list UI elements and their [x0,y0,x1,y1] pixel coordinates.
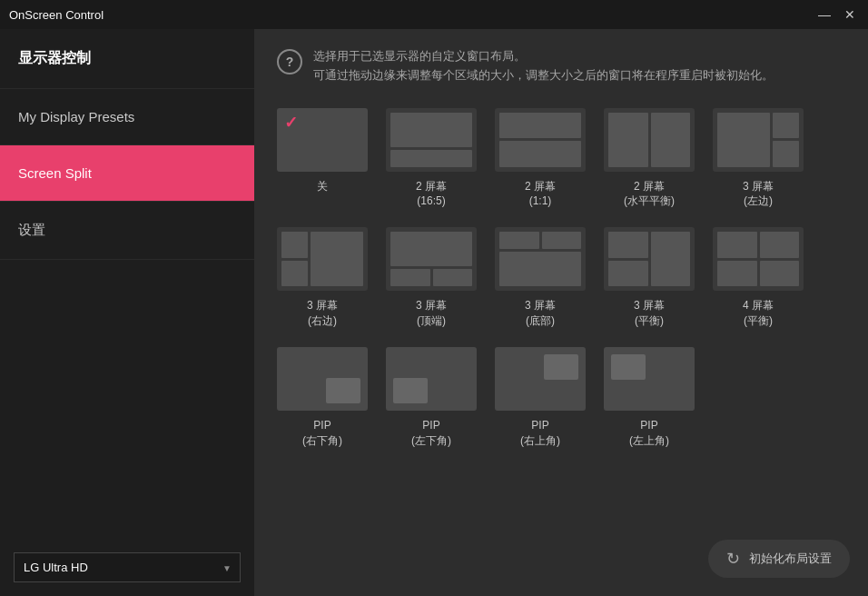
layout-preview-2-16-5 [386,108,477,172]
layout-label-3-top: 3 屏幕(顶端) [416,298,447,329]
layout-row-2: 3 屏幕(右边) 3 屏幕(顶端) [277,227,845,329]
pane-small-right [433,269,473,286]
layout-item-pip-tr[interactable]: PIP(右上角) [495,347,586,449]
layout-label-off: 关 [317,179,328,194]
layout-item-2-horiz[interactable]: 2 屏幕(水平平衡) [604,108,695,210]
reset-icon: ↻ [726,549,740,569]
layout-preview-2-1-1 [495,108,586,172]
sidebar: 显示器控制 My Display Presets Screen Split 设置… [0,29,254,596]
layout-label-pip-br: PIP(右下角) [302,418,342,449]
sidebar-item-screen-split[interactable]: Screen Split [0,145,254,202]
reset-layout-button[interactable]: ↻ 初始化布局设置 [708,540,850,578]
layout-row-1: ✓ 关 2 屏幕(16:5) [277,108,845,210]
layout-label-3-left: 3 屏幕(左边) [743,179,774,210]
pane-big [717,113,770,167]
layout-item-off[interactable]: ✓ 关 [277,108,368,194]
layout-label-2-1-1: 2 屏幕(1:1) [525,179,556,210]
layout-item-pip-br[interactable]: PIP(右下角) [277,347,368,449]
pane-small-bottom [773,141,799,167]
col-2 [760,232,800,286]
pip-window [544,354,578,380]
pane-small-bottom [281,261,308,287]
layout-label-pip-tl: PIP(左上角) [629,418,669,449]
pane-right-col [773,113,799,167]
layout-preview-3-left [713,108,804,172]
sidebar-item-settings[interactable]: 设置 [0,202,254,260]
layout-item-pip-tl[interactable]: PIP(左上角) [604,347,695,449]
pane-bottom [390,150,472,167]
layout-grid: ✓ 关 2 屏幕(16:5) [277,108,845,449]
close-button[interactable]: ✕ [841,7,859,22]
layout-item-3-right[interactable]: 3 屏幕(右边) [277,227,368,329]
pane-tl [717,232,757,258]
layout-preview-off: ✓ [277,108,368,172]
layout-label-pip-tr: PIP(右上角) [520,418,560,449]
layout-item-3-left[interactable]: 3 屏幕(左边) [713,108,804,210]
layout-item-3-bottom[interactable]: 3 屏幕(底部) [495,227,586,329]
layout-label-3-right: 3 屏幕(右边) [307,298,338,329]
info-box: ? 选择用于已选显示器的自定义窗口布局。可通过拖动边缘来调整每个区域的大小，调整… [277,47,845,85]
check-mark: ✓ [284,113,298,133]
pane-small-top [773,113,799,139]
layout-item-pip-bl[interactable]: PIP(左下角) [386,347,477,449]
layout-preview-3-bottom [495,227,586,291]
layout-preview-pip-bl [386,347,477,411]
pane-bottom [499,141,581,167]
layout-preview-3-right [277,227,368,291]
monitor-select[interactable]: LG Ultra HD [14,552,241,582]
layout-label-3-bottom: 3 屏幕(底部) [525,298,556,329]
layout-label-2-horiz: 2 屏幕(水平平衡) [624,179,675,210]
col-1 [717,232,757,286]
layout-preview-4-balance [713,227,804,291]
pip-window [326,378,360,403]
pane-small-left [499,232,539,249]
layout-label-2-16-5: 2 屏幕(16:5) [416,179,447,210]
pip-window [393,378,428,403]
pane-small-top [281,232,308,258]
monitor-select-wrapper[interactable]: LG Ultra HD [14,552,241,582]
pane-right [651,113,691,167]
content-area: ? 选择用于已选显示器的自定义窗口布局。可通过拖动边缘来调整每个区域的大小，调整… [254,29,868,596]
pane-bottom-row [390,269,472,286]
col-right [651,232,691,286]
app-title: OnScreen Control [9,8,104,22]
layout-item-2-16-5[interactable]: 2 屏幕(16:5) [386,108,477,210]
layout-preview-3-top [386,227,477,291]
window-controls: — ✕ [815,7,859,22]
layout-preview-pip-br [277,347,368,411]
pip-window [611,354,646,380]
layout-item-4-balance[interactable]: 4 屏幕(平衡) [713,227,804,329]
pane-top [499,113,581,139]
pane-big [390,232,472,266]
sidebar-footer: LG Ultra HD [0,539,254,596]
col-left [608,232,648,286]
pane-top [608,232,648,258]
pane-left [608,113,648,167]
pane-top [390,113,472,147]
layout-preview-pip-tl [604,347,695,411]
reset-label: 初始化布局设置 [749,551,832,567]
pane-big [311,232,363,286]
layout-label-4-balance: 4 屏幕(平衡) [743,298,774,329]
pane-small-left [390,269,430,286]
layout-label-pip-bl: PIP(左下角) [411,418,451,449]
pane-tr [760,232,800,258]
info-icon: ? [277,49,302,74]
layout-item-3-top[interactable]: 3 屏幕(顶端) [386,227,477,329]
pane-top-row [499,232,581,249]
layout-preview-2-horiz [604,108,695,172]
layout-item-2-1-1[interactable]: 2 屏幕(1:1) [495,108,586,210]
layout-preview-3-balance [604,227,695,291]
pane-small-right [542,232,582,249]
minimize-button[interactable]: — [815,7,833,22]
pane-left-col [281,232,308,286]
pane-bl [717,261,757,287]
pane-bottom [608,261,648,287]
layout-item-3-balance[interactable]: 3 屏幕(平衡) [604,227,695,329]
sidebar-item-my-presets[interactable]: My Display Presets [0,89,254,145]
layout-row-3: PIP(右下角) PIP(左下角) PIP(右上角) [277,347,845,449]
info-text: 选择用于已选显示器的自定义窗口布局。可通过拖动边缘来调整每个区域的大小，调整大小… [313,47,774,85]
pane-br [760,261,800,287]
sidebar-item-display-control[interactable]: 显示器控制 [0,29,254,89]
main-layout: 显示器控制 My Display Presets Screen Split 设置… [0,29,868,596]
